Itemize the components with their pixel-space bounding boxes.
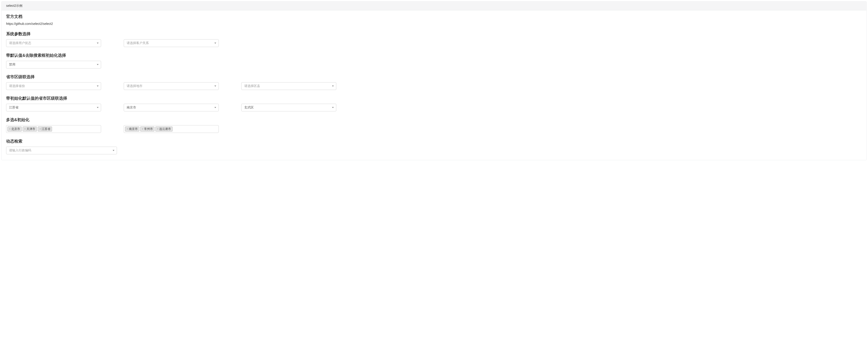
province-select[interactable]: 请选择省份 <box>6 82 101 90</box>
chevron-down-icon <box>332 86 334 87</box>
city-default-value: 南京市 <box>127 105 136 109</box>
dynamic-search-placeholder: 请输入行政编码 <box>9 149 31 153</box>
tag: × 常州市 <box>140 127 154 131</box>
district-default-value: 玄武区 <box>244 105 254 109</box>
tag-label: 天津市 <box>27 127 35 131</box>
remove-icon[interactable]: × <box>9 128 11 130</box>
tag: × 北京市 <box>7 127 22 131</box>
multi-province-select[interactable]: × 北京市 × 天津市 × 江苏省 <box>6 125 101 133</box>
cascader-default-heading: 带初始化默认值的省市区级联选择 <box>6 96 862 101</box>
remove-icon[interactable]: × <box>24 128 26 130</box>
tag-label: 江苏省 <box>41 127 51 131</box>
tag: × 天津市 <box>23 127 37 131</box>
district-placeholder: 请选择区县 <box>244 84 260 88</box>
tag-label: 常州市 <box>144 127 153 131</box>
tag: × 南京市 <box>125 127 139 131</box>
tag-label: 北京市 <box>11 127 20 131</box>
district-select[interactable]: 请选择区县 <box>241 82 336 90</box>
customer-relation-select[interactable]: 请选择客户关系 <box>124 39 219 47</box>
city-placeholder: 请选择地市 <box>127 84 143 88</box>
default-nosearch-select[interactable]: 禁用 <box>6 61 101 68</box>
city-default-select[interactable]: 南京市 <box>124 104 219 111</box>
chevron-down-icon <box>113 150 115 151</box>
remove-icon[interactable]: × <box>142 128 144 130</box>
tag: × 连云港市 <box>155 127 173 131</box>
remove-icon[interactable]: × <box>127 128 128 130</box>
cascader-heading: 省市区级联选择 <box>6 74 862 79</box>
province-placeholder: 请选择省份 <box>9 84 25 88</box>
district-default-select[interactable]: 玄武区 <box>241 104 336 111</box>
sys-params-heading: 系统参数选择 <box>6 31 862 37</box>
doc-heading: 官方文档 <box>6 14 862 19</box>
city-select[interactable]: 请选择地市 <box>124 82 219 90</box>
dynamic-heading: 动态检索 <box>6 138 862 144</box>
tag-label: 连云港市 <box>159 127 171 131</box>
doc-link[interactable]: https://github.com/select2/select2 <box>6 22 862 26</box>
panel-header: select2示例 <box>2 2 866 10</box>
province-default-value: 江苏省 <box>9 105 19 109</box>
chevron-down-icon <box>97 86 99 87</box>
chevron-down-icon <box>214 107 216 108</box>
chevron-down-icon <box>97 107 99 108</box>
chevron-down-icon <box>97 43 99 44</box>
default-nosearch-value: 禁用 <box>9 63 16 67</box>
chevron-down-icon <box>97 64 99 65</box>
demo-panel: select2示例 官方文档 https://github.com/select… <box>1 1 867 160</box>
chevron-down-icon <box>332 107 334 108</box>
remove-icon[interactable]: × <box>39 128 41 130</box>
multi-heading: 多选&初始化 <box>6 117 862 123</box>
tag: × 江苏省 <box>38 127 52 131</box>
customer-relation-placeholder: 请选择客户关系 <box>127 41 149 45</box>
chevron-down-icon <box>214 43 216 44</box>
tag-label: 南京市 <box>129 127 138 131</box>
remove-icon[interactable]: × <box>157 128 158 130</box>
default-nosearch-heading: 带默认值&去除搜索框初始化选择 <box>6 53 862 58</box>
panel-body: 官方文档 https://github.com/select2/select2 … <box>2 10 866 160</box>
multi-city-select[interactable]: × 南京市 × 常州市 × 连云港市 <box>124 125 219 133</box>
dynamic-search-select[interactable]: 请输入行政编码 <box>6 147 117 154</box>
chevron-down-icon <box>214 86 216 87</box>
user-status-select[interactable]: 请选择用户状态 <box>6 39 101 47</box>
province-default-select[interactable]: 江苏省 <box>6 104 101 111</box>
user-status-placeholder: 请选择用户状态 <box>9 41 31 45</box>
panel-title: select2示例 <box>6 4 22 7</box>
